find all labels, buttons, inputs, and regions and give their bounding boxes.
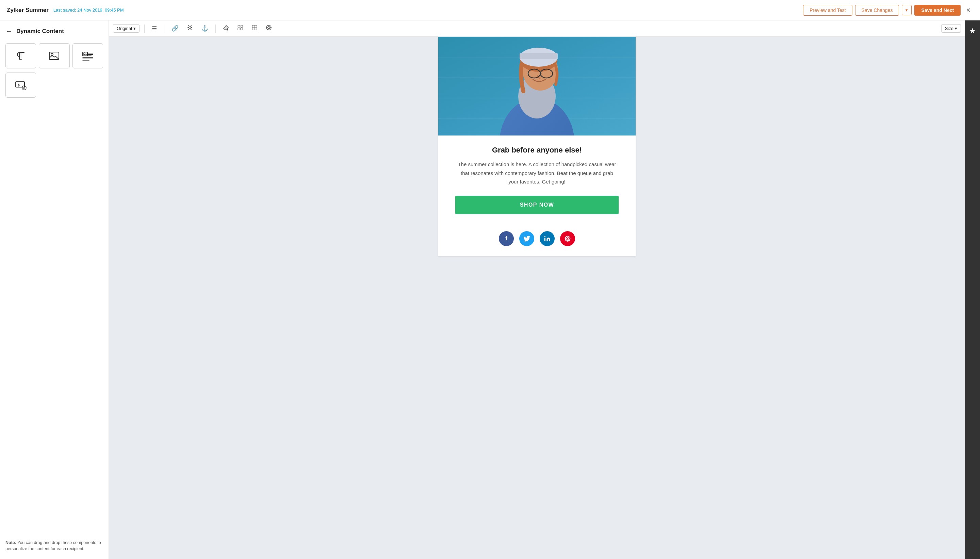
- anchor-icon[interactable]: ⚓: [199, 23, 211, 33]
- image-text-component-card[interactable]: [73, 43, 103, 68]
- svg-text:¶: ¶: [18, 52, 22, 59]
- svg-rect-18: [241, 28, 243, 30]
- size-label: Size: [945, 26, 954, 31]
- dropdown-chevron-icon: ▾: [134, 26, 136, 31]
- hero-svg: [438, 37, 636, 136]
- close-button[interactable]: ×: [964, 5, 973, 16]
- last-saved-text: Last saved: 24 Nov 2019, 09:45 PM: [53, 8, 124, 13]
- text-component-card[interactable]: ¶: [5, 43, 36, 68]
- app-header: Zylker Summer Last saved: 24 Nov 2019, 0…: [0, 0, 980, 20]
- original-label: Original: [117, 26, 132, 31]
- dynamic-component-card[interactable]: [5, 73, 36, 98]
- svg-rect-19: [252, 25, 257, 30]
- toolbar: Original ▾ ☰ 🔗 ⚓: [109, 20, 965, 37]
- note-content: You can drag and drop these components t…: [5, 540, 101, 551]
- image-component-card[interactable]: [39, 43, 69, 68]
- linkedin-svg: [544, 235, 551, 242]
- link-icon[interactable]: 🔗: [169, 23, 181, 33]
- pinterest-icon[interactable]: [560, 231, 575, 246]
- svg-rect-38: [520, 53, 558, 59]
- preview-and-test-button[interactable]: Preview and Test: [803, 5, 852, 16]
- fill-svg: [223, 25, 229, 31]
- email-footer: f: [438, 224, 636, 256]
- component-row: [5, 73, 103, 98]
- header-right: Preview and Test Save Changes ▾ Save and…: [803, 5, 973, 16]
- shop-now-button[interactable]: SHOP NOW: [455, 196, 619, 214]
- note-label: Note:: [5, 540, 16, 545]
- back-button[interactable]: ←: [5, 27, 12, 35]
- header-left: Zylker Summer Last saved: 24 Nov 2019, 0…: [7, 7, 124, 13]
- table-icon[interactable]: [249, 23, 260, 34]
- canvas-wrapper: Grab before anyone else! The summer coll…: [109, 37, 965, 256]
- pinterest-svg: [564, 235, 571, 242]
- campaign-title: Zylker Summer: [7, 7, 49, 13]
- svg-point-5: [84, 53, 85, 54]
- sidebar-note: Note: You can drag and drop these compon…: [5, 533, 103, 552]
- toolbar-separator-3: [215, 25, 216, 33]
- content-area: Original ▾ ☰ 🔗 ⚓: [109, 20, 965, 559]
- svg-rect-2: [49, 52, 59, 60]
- main-layout: ← Dynamic Content ¶: [0, 20, 980, 559]
- fill-color-icon[interactable]: [221, 23, 231, 34]
- svg-rect-15: [238, 25, 240, 27]
- size-chevron-icon: ▾: [955, 26, 957, 31]
- toolbar-separator-2: [164, 25, 164, 33]
- facebook-icon[interactable]: f: [499, 231, 514, 246]
- unlink-svg: [187, 25, 193, 31]
- image-text-icon: [82, 50, 94, 62]
- save-changes-button[interactable]: Save Changes: [855, 5, 899, 16]
- email-body-text: The summer collection is here. A collect…: [455, 160, 619, 186]
- align-icon[interactable]: ☰: [149, 23, 159, 33]
- image-icon: [48, 50, 60, 62]
- dynamic-icon: [15, 79, 27, 91]
- email-body: Grab before anyone else! The summer coll…: [438, 136, 636, 224]
- toolbar-wrapper: Original ▾ ☰ 🔗 ⚓: [109, 20, 965, 37]
- twitter-icon[interactable]: [519, 231, 534, 246]
- sidebar: ← Dynamic Content ¶: [0, 20, 109, 559]
- hero-image: [438, 37, 636, 136]
- favorites-star-button[interactable]: ★: [967, 24, 978, 38]
- original-dropdown[interactable]: Original ▾: [113, 24, 140, 33]
- toolbar-separator-1: [144, 25, 145, 33]
- unlink-icon[interactable]: [185, 23, 195, 34]
- size-dropdown[interactable]: Size ▾: [941, 24, 961, 33]
- linkedin-icon[interactable]: [539, 231, 554, 246]
- paragraph-icon: ¶: [15, 50, 27, 62]
- svg-point-23: [268, 26, 270, 28]
- select-svg: [237, 25, 243, 31]
- email-headline: Grab before anyone else!: [455, 146, 619, 155]
- effects-icon[interactable]: [263, 23, 274, 34]
- hero-image-container[interactable]: [438, 37, 636, 136]
- svg-rect-17: [238, 28, 240, 30]
- table-svg: [251, 25, 257, 31]
- twitter-bird-svg: [523, 235, 531, 242]
- select-all-icon[interactable]: [235, 23, 246, 34]
- component-grid: ¶: [5, 43, 103, 68]
- sidebar-title: Dynamic Content: [16, 28, 64, 35]
- save-changes-dropdown-arrow[interactable]: ▾: [902, 5, 912, 15]
- email-canvas: Grab before anyone else! The summer coll…: [438, 37, 636, 256]
- sidebar-header: ← Dynamic Content: [5, 27, 103, 35]
- right-sidebar: ★: [965, 20, 980, 559]
- effects-svg: [266, 25, 272, 31]
- svg-rect-16: [241, 25, 243, 27]
- save-and-next-button[interactable]: Save and Next: [914, 5, 960, 16]
